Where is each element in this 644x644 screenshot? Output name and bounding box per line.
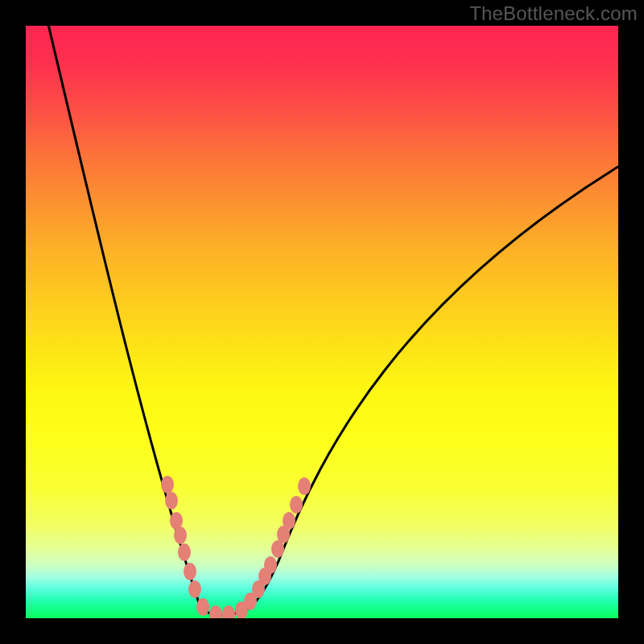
- data-marker: [209, 605, 222, 618]
- marker-group: [161, 476, 311, 618]
- data-marker: [161, 476, 174, 493]
- data-marker: [264, 556, 277, 574]
- data-marker: [165, 492, 178, 510]
- data-marker: [188, 580, 201, 598]
- curve-right: [233, 167, 618, 613]
- data-marker: [184, 563, 196, 580]
- data-marker: [290, 496, 303, 514]
- data-marker: [178, 543, 191, 561]
- data-marker: [222, 605, 235, 618]
- data-marker: [196, 598, 209, 616]
- data-marker: [298, 477, 311, 495]
- chart-svg: [26, 26, 618, 618]
- data-marker: [174, 526, 187, 544]
- watermark-text: TheBottleneck.com: [469, 2, 638, 25]
- data-marker: [283, 512, 295, 530]
- chart-frame: TheBottleneck.com: [0, 0, 644, 644]
- plot-area: [26, 26, 618, 618]
- curve-left: [47, 26, 233, 615]
